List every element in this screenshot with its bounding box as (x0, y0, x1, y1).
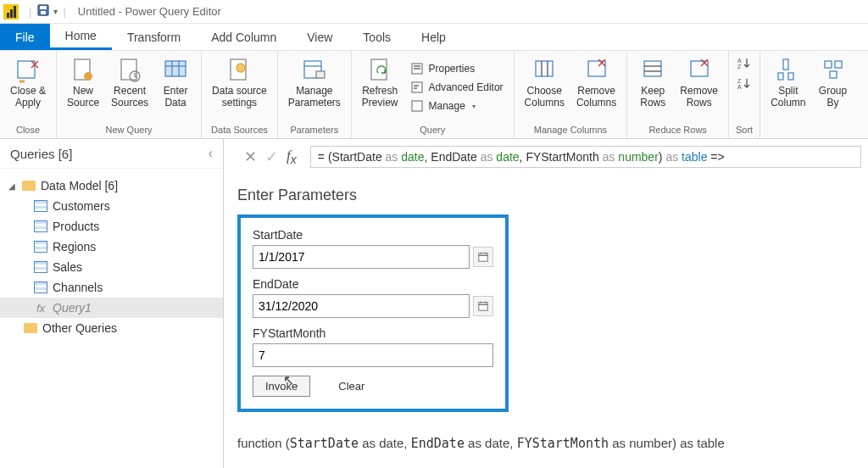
folder-data-model[interactable]: ◢Data Model [6] (0, 176, 223, 196)
query-item-sales[interactable]: Sales (0, 257, 223, 277)
cancel-formula-icon[interactable]: ✕ (244, 148, 257, 166)
group-sort-label: Sort (736, 125, 753, 136)
table-icon (34, 241, 47, 253)
manage-parameters-button[interactable]: Manage Parameters (285, 54, 344, 110)
sort-asc-button[interactable]: AZ (737, 54, 751, 71)
formula-bar[interactable]: = (StartDate as date, EndDate as date, F… (310, 146, 861, 168)
group-sort: AZ ZA Sort (729, 51, 760, 138)
group-new-query-label: New Query (106, 125, 153, 136)
keep-rows-button[interactable]: Keep Rows (634, 54, 671, 110)
function-signature: function (StartDate as date, EndDate as … (237, 436, 868, 451)
formula-type: date (496, 150, 519, 164)
close-apply-label: Close & Apply (10, 85, 46, 109)
group-by-button[interactable]: Group By (815, 54, 852, 110)
new-source-label: New Source (67, 85, 99, 109)
folder-label: Data Model [6] (41, 179, 118, 192)
svg-rect-45 (788, 73, 793, 80)
table-icon (34, 200, 47, 212)
svg-rect-47 (835, 61, 842, 68)
group-data-sources-label: Data Sources (211, 125, 268, 136)
enter-parameters-panel: Enter Parameters StartDate EndDate FYSta… (237, 187, 868, 412)
accept-formula-icon[interactable]: ✓ (265, 148, 278, 166)
enddate-calendar-button[interactable] (473, 296, 493, 316)
tab-add-column[interactable]: Add Column (196, 24, 292, 50)
tab-home[interactable]: Home (50, 24, 112, 50)
group-manage-columns-label: Manage Columns (534, 125, 607, 136)
query-item-customers[interactable]: Customers (0, 196, 223, 216)
sig-text: as date, (359, 436, 411, 450)
choose-columns-button[interactable]: Choose Columns (521, 54, 568, 110)
sig-text: as date, (465, 436, 517, 450)
remove-rows-label: Remove Rows (680, 85, 718, 109)
enter-data-label: Enter Data (164, 85, 188, 109)
manage-query-button[interactable]: Manage▾ (410, 98, 504, 114)
fystartmonth-label: FYStartMonth (253, 326, 493, 340)
folder-other-queries[interactable]: Other Queries (0, 318, 223, 338)
recent-sources-button[interactable]: Recent Sources (108, 54, 152, 110)
manage-icon (410, 99, 424, 113)
main-area: Queries [6] ‹ ◢Data Model [6] Customers … (0, 139, 868, 468)
fx-icon[interactable]: fx (287, 148, 297, 166)
startdate-label: StartDate (253, 228, 493, 242)
separator: | (63, 5, 65, 18)
properties-button[interactable]: Properties (410, 60, 504, 77)
fystartmonth-input[interactable] (253, 343, 493, 367)
sig-text: as number) as table (609, 436, 725, 450)
remove-rows-button[interactable]: Remove Rows (676, 54, 721, 110)
query-item-products[interactable]: Products (0, 216, 223, 237)
advanced-editor-button[interactable]: Advanced Editor (410, 79, 504, 96)
save-icon[interactable] (36, 3, 50, 20)
data-source-settings-button[interactable]: Data source settings (209, 54, 270, 110)
svg-rect-18 (316, 71, 325, 78)
group-reduce-rows-label: Reduce Rows (648, 125, 706, 136)
svg-rect-2 (41, 11, 46, 14)
formula-text: = (StartDate (318, 150, 386, 164)
query-item-regions[interactable]: Regions (0, 237, 223, 257)
tab-file[interactable]: File (0, 24, 50, 50)
formula-text: => (707, 150, 724, 164)
qat-dropdown-icon[interactable]: ▾ (53, 7, 58, 16)
query-small-buttons: Properties Advanced Editor Manage▾ (407, 54, 507, 120)
new-source-icon (70, 56, 97, 83)
split-column-button[interactable]: Split Column (767, 54, 809, 110)
enter-data-icon (162, 56, 189, 83)
svg-rect-44 (778, 73, 783, 80)
formula-kw: as (603, 150, 619, 164)
tab-help[interactable]: Help (406, 24, 461, 50)
queries-title: Queries [6] (10, 147, 72, 161)
group-by-label: Group By (819, 85, 847, 109)
close-apply-button[interactable]: Close & Apply (7, 54, 49, 110)
svg-rect-3 (18, 61, 35, 78)
enter-data-button[interactable]: Enter Data (157, 54, 194, 110)
svg-point-7 (84, 72, 92, 81)
group-close-label: Close (16, 125, 40, 136)
group-transform-label (808, 125, 810, 136)
query-item-query1[interactable]: fxQuery1 (0, 298, 223, 318)
tab-tools[interactable]: Tools (348, 24, 406, 50)
svg-text:Z: Z (737, 64, 742, 70)
properties-icon (410, 62, 424, 75)
group-query: Refresh Preview Properties Advanced Edit… (352, 51, 515, 138)
content-pane: ✕ ✓ fx = (StartDate as date, EndDate as … (224, 139, 868, 468)
startdate-input[interactable] (253, 245, 470, 269)
manage-parameters-label: Manage Parameters (288, 85, 341, 109)
query-item-channels[interactable]: Channels (0, 277, 223, 298)
tab-transform[interactable]: Transform (112, 24, 196, 50)
app-logo-icon (3, 4, 19, 20)
folder-icon (24, 323, 37, 333)
queries-tree: ◢Data Model [6] Customers Products Regio… (0, 169, 223, 345)
choose-columns-label: Choose Columns (525, 85, 565, 109)
new-source-button[interactable]: New Source (64, 54, 103, 110)
query-label: Regions (53, 240, 96, 254)
clear-button[interactable]: Clear (326, 376, 377, 397)
remove-columns-button[interactable]: Remove Columns (573, 54, 620, 110)
refresh-preview-button[interactable]: Refresh Preview (359, 54, 402, 110)
invoke-button[interactable]: Invoke (253, 376, 310, 397)
sort-desc-button[interactable]: ZA (737, 75, 751, 92)
tab-view[interactable]: View (292, 24, 348, 50)
enddate-input[interactable] (253, 294, 470, 318)
table-icon (34, 261, 47, 273)
collapse-pane-icon[interactable]: ‹ (209, 146, 213, 161)
svg-rect-19 (371, 59, 387, 80)
startdate-calendar-button[interactable] (473, 247, 493, 267)
